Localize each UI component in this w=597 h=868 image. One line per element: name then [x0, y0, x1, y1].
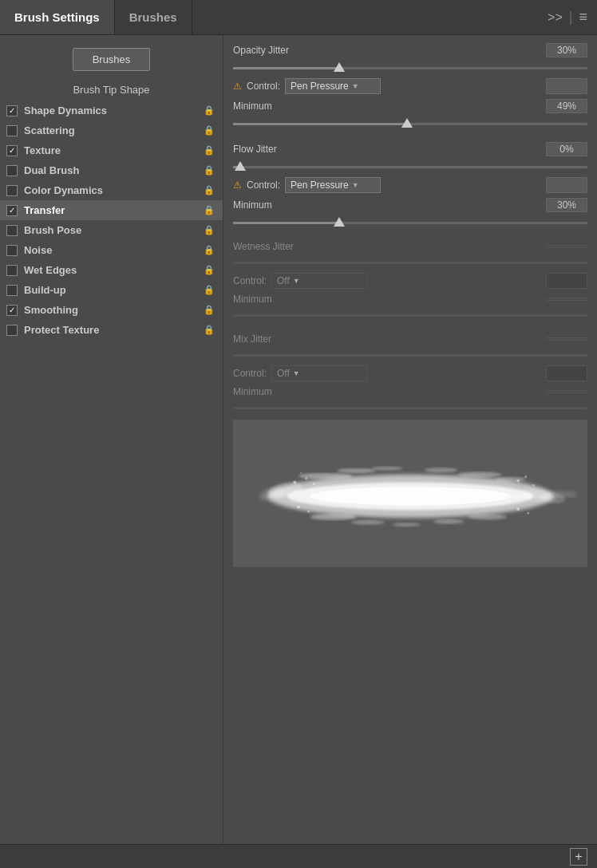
flow-jitter-label: Flow Jitter [233, 144, 329, 155]
flow-jitter-value[interactable]: 0% [546, 142, 587, 156]
svg-point-4 [337, 468, 375, 473]
flow-control-dropdown[interactable]: Pen Pressure ▼ [285, 177, 381, 193]
flow-jitter-track [233, 166, 587, 168]
sidebar-label-texture: Texture [24, 144, 200, 156]
checkbox-transfer[interactable]: ✓ [6, 205, 18, 216]
opacity-jitter-label: Opacity Jitter [233, 45, 329, 56]
opacity-min-row: Minimum 49% [233, 99, 587, 113]
flow-jitter-thumb[interactable] [235, 161, 246, 171]
mix-min-row: Minimum [233, 386, 587, 397]
flow-min-slider[interactable] [233, 215, 587, 228]
checkbox-dual-brush[interactable] [6, 165, 18, 176]
wetness-jitter-value [546, 245, 587, 248]
flow-jitter-row: Flow Jitter 0% [233, 142, 587, 156]
sidebar-item-shape-dynamics[interactable]: ✓ Shape Dynamics 🔒 [0, 101, 223, 120]
wetness-control-label: Control: [233, 275, 267, 286]
svg-point-21 [288, 487, 290, 489]
mix-jitter-slider [233, 348, 587, 361]
sidebar-item-scattering[interactable]: Scattering 🔒 [0, 120, 223, 140]
lock-noise: 🔒 [204, 245, 215, 255]
svg-point-13 [468, 514, 506, 519]
checkbox-brush-pose[interactable] [6, 225, 18, 236]
opacity-min-thumb[interactable] [401, 118, 413, 128]
opacity-min-value[interactable]: 49% [546, 99, 587, 113]
opacity-jitter-slider[interactable] [233, 61, 587, 73]
checkbox-protect-texture[interactable] [6, 325, 18, 336]
opacity-jitter-value[interactable]: 30% [546, 43, 587, 57]
svg-point-22 [300, 471, 302, 473]
opacity-control-dropdown[interactable]: Pen Pressure ▼ [285, 78, 381, 94]
sidebar-label-dual-brush: Dual Brush [24, 164, 200, 176]
wetness-min-slider [233, 308, 587, 321]
tab-brush-settings[interactable]: Brush Settings [0, 0, 115, 34]
checkbox-shape-dynamics[interactable]: ✓ [6, 105, 18, 116]
sidebar-item-build-up[interactable]: Build-up 🔒 [0, 280, 223, 300]
svg-point-19 [305, 477, 307, 479]
sidebar-item-protect-texture[interactable]: Protect Texture 🔒 [0, 320, 223, 340]
main-layout: Brushes Brush Tip Shape ✓ Shape Dynamics… [0, 35, 597, 844]
flow-control-value-box [546, 177, 587, 193]
sidebar-item-transfer[interactable]: ✓ Transfer 🔒 [0, 200, 223, 220]
mix-min-track [233, 407, 587, 409]
wetness-jitter-track [233, 262, 587, 264]
checkbox-color-dynamics[interactable] [6, 185, 18, 196]
flow-control-label: Control: [247, 180, 280, 191]
add-button[interactable]: + [570, 848, 587, 866]
lock-color-dynamics: 🔒 [204, 185, 215, 195]
svg-point-25 [532, 483, 535, 486]
flow-min-row: Minimum 30% [233, 198, 587, 212]
sidebar-label-smoothing: Smoothing [24, 304, 200, 316]
checkbox-scattering[interactable] [6, 125, 18, 136]
mix-jitter-row: Mix Jitter [233, 333, 587, 345]
sidebar-item-texture[interactable]: ✓ Texture 🔒 [0, 140, 223, 160]
flow-min-value[interactable]: 30% [546, 198, 587, 212]
svg-point-27 [307, 510, 310, 512]
sidebar-label-transfer: Transfer [24, 204, 200, 216]
flow-jitter-slider[interactable] [233, 160, 587, 172]
opacity-jitter-thumb[interactable] [334, 62, 345, 72]
lock-brush-pose: 🔒 [204, 225, 215, 235]
brush-stroke-svg [233, 426, 587, 562]
flow-control-row: ⚠ Control: Pen Pressure ▼ [233, 177, 587, 193]
checkbox-texture[interactable]: ✓ [6, 145, 18, 156]
svg-point-20 [313, 483, 315, 485]
opacity-control-value-box [546, 78, 587, 94]
sidebar-item-brush-pose[interactable]: Brush Pose 🔒 [0, 220, 223, 240]
header-divider: | [569, 9, 573, 26]
mix-control-dropdown[interactable]: Off ▼ [271, 365, 367, 381]
mix-min-value [546, 390, 587, 393]
svg-point-11 [393, 523, 421, 527]
brushes-button[interactable]: Brushes [73, 48, 151, 71]
svg-point-6 [424, 468, 457, 472]
wetness-control-value: Off [277, 275, 290, 286]
sidebar-item-smoothing[interactable]: ✓ Smoothing 🔒 [0, 300, 223, 320]
mix-control-value-box [546, 365, 587, 381]
tab-brushes[interactable]: Brushes [115, 0, 192, 34]
wetness-control-dropdown[interactable]: Off ▼ [271, 273, 367, 289]
sidebar-item-wet-edges[interactable]: Wet Edges 🔒 [0, 260, 223, 280]
opacity-min-slider[interactable] [233, 116, 587, 129]
lock-texture: 🔒 [204, 145, 215, 156]
sidebar-item-color-dynamics[interactable]: Color Dynamics 🔒 [0, 180, 223, 200]
mix-control-value: Off [277, 368, 290, 379]
sidebar-label-build-up: Build-up [24, 284, 200, 296]
checkbox-noise[interactable] [6, 245, 18, 256]
flow-min-thumb[interactable] [334, 217, 345, 227]
opacity-jitter-track [233, 67, 587, 69]
checkbox-smoothing[interactable]: ✓ [6, 305, 18, 316]
opacity-dropdown-arrow: ▼ [352, 82, 359, 90]
opacity-control-row: ⚠ Control: Pen Pressure ▼ [233, 78, 587, 94]
sidebar-label-color-dynamics: Color Dynamics [24, 184, 200, 196]
svg-point-28 [516, 507, 520, 511]
flow-control-value: Pen Pressure [291, 180, 349, 191]
sidebar-item-dual-brush[interactable]: Dual Brush 🔒 [0, 160, 223, 180]
flow-dropdown-arrow: ▼ [352, 181, 359, 189]
menu-icon[interactable]: ≡ [579, 9, 587, 26]
sidebar-item-noise[interactable]: Noise 🔒 [0, 240, 223, 260]
checkbox-build-up[interactable] [6, 285, 18, 296]
expand-icon[interactable]: >> [548, 10, 563, 25]
sidebar-label-shape-dynamics: Shape Dynamics [24, 105, 200, 116]
opacity-min-label: Minimum [233, 101, 329, 112]
lock-build-up: 🔒 [204, 285, 215, 295]
checkbox-wet-edges[interactable] [6, 265, 18, 276]
